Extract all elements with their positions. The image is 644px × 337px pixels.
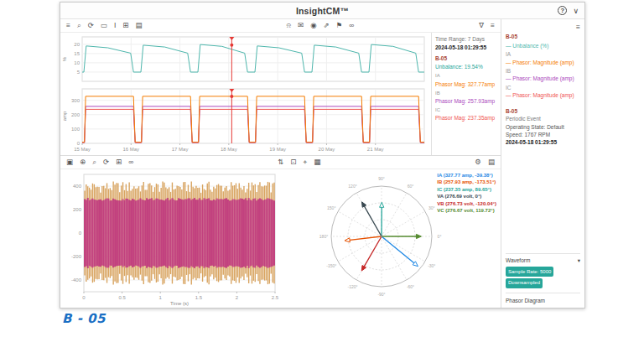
- legend-items: — Unbalance (%)IA— Phasor: Magnitude (am…: [506, 42, 580, 100]
- waveform-selector-label: Waveform: [506, 257, 530, 264]
- legend-item[interactable]: IC— Phasor: Magnitude (amp): [506, 84, 580, 100]
- event-asset-name[interactable]: B-05: [506, 107, 580, 115]
- phasor-readout-line: VA (276.69 volt, 0°): [437, 193, 496, 200]
- time-range-label: Time Range: 7 Days: [435, 35, 497, 44]
- legend-item-label: — Phasor: Magnitude (amp): [506, 91, 580, 99]
- phasor-magnitude-trend-chart[interactable]: 010020030015 May16 May17 May18 May19 May…: [60, 85, 431, 155]
- settings-icon[interactable]: ⚙: [475, 158, 481, 166]
- content: ≡⌕⟳▭I⊞▤ ⍾✉◉⇗⚑∞ ∇≡ 5101520% 010020030015 …: [60, 19, 584, 308]
- channel-label: IB: [506, 67, 580, 75]
- trend-row: 5101520% 010020030015 May16 May17 May18 …: [60, 33, 501, 155]
- phasor-diagram-panel: IA (327.77 amp, -39.38°)IB (257.93 amp, …: [282, 169, 501, 308]
- zoom-in-icon[interactable]: ⊕: [80, 158, 86, 166]
- link-icon[interactable]: ∞: [349, 22, 354, 29]
- overlay-icon[interactable]: ▦: [314, 158, 320, 166]
- svg-text:amp: amp: [62, 111, 67, 121]
- trend-section: ≡⌕⟳▭I⊞▤ ⍾✉◉⇗⚑∞ ∇≡ 5101520% 010020030015 …: [60, 19, 501, 156]
- svg-text:0: 0: [79, 231, 82, 236]
- legend-item[interactable]: IB— Phasor: Magnitude (amp): [506, 67, 580, 83]
- search-icon[interactable]: ⌕: [77, 22, 81, 29]
- downsampled-badge[interactable]: Downsampled: [506, 278, 543, 288]
- svg-text:18 May: 18 May: [221, 147, 237, 152]
- legend-menu-icon[interactable]: ≡: [506, 22, 580, 32]
- share-icon[interactable]: ⇗: [324, 22, 330, 29]
- record-icon[interactable]: ◉: [310, 22, 316, 29]
- legend-spacer: [506, 147, 580, 253]
- svg-text:16 May: 16 May: [122, 147, 139, 152]
- fit-icon[interactable]: ⊡: [290, 158, 296, 166]
- annotation-icon[interactable]: ✉: [298, 22, 304, 29]
- chevron-down-icon[interactable]: ∨: [573, 7, 579, 15]
- event-timestamp: 2024-05-18 01:29:55: [506, 138, 580, 146]
- svg-text:-200: -200: [71, 254, 82, 259]
- event-speed: Speed: 1767 RPM: [506, 131, 580, 138]
- page: InsightCM™ ? ∨ ≡⌕⟳▭I⊞▤ ⍾✉◉⇗⚑∞ ∇≡ 5101520…: [0, 0, 644, 337]
- titlebar: InsightCM™ ? ∨: [60, 3, 584, 19]
- grid-icon[interactable]: ⊞: [122, 22, 128, 29]
- cursor-value-row: IBPhasor Mag: 257.93amp: [435, 90, 497, 106]
- print-icon[interactable]: ▤: [135, 22, 142, 29]
- legend-item-label: — Unbalance (%): [506, 42, 580, 49]
- figure-caption: B - 05: [62, 311, 106, 326]
- trend-toolbar: ≡⌕⟳▭I⊞▤ ⍾✉◉⇗⚑∞ ∇≡: [60, 19, 501, 33]
- trend-toolbar-center: ⍾✉◉⇗⚑∞: [286, 22, 354, 29]
- filter-icon[interactable]: ∇: [479, 22, 484, 29]
- menu-icon[interactable]: ≡: [66, 22, 70, 29]
- svg-text:20: 20: [74, 42, 80, 47]
- legend-item-label: — Phasor: Magnitude (amp): [506, 75, 580, 82]
- layout-icon[interactable]: ▤: [488, 158, 495, 166]
- cursor-value-row: IAPhasor Mag: 327.77amp: [435, 72, 497, 88]
- legend-asset-name[interactable]: B-05: [506, 33, 580, 40]
- link-icon[interactable]: ∞: [128, 158, 133, 166]
- svg-text:200: 200: [71, 112, 80, 117]
- trend-toolbar-left: ≡⌕⟳▭I⊞▤: [66, 22, 142, 29]
- svg-text:2.5: 2.5: [272, 295, 279, 300]
- cursor-icon[interactable]: I: [114, 22, 116, 29]
- legend-item[interactable]: — Unbalance (%): [506, 42, 580, 49]
- grid-icon[interactable]: ⊞: [116, 158, 122, 166]
- svg-text:90°: 90°: [378, 176, 385, 181]
- svg-text:2: 2: [236, 295, 239, 300]
- svg-text:21 May: 21 May: [367, 147, 384, 152]
- legend-item[interactable]: IA— Phasor: Magnitude (amp): [506, 50, 580, 66]
- phasor-diagram-label: Phasor Diagram: [506, 293, 580, 304]
- svg-text:400: 400: [73, 184, 82, 189]
- unbalance-trend-chart[interactable]: 5101520%: [60, 33, 431, 85]
- svg-text:0: 0: [82, 295, 86, 300]
- waveform-chart[interactable]: -400-200020040000.511.522.5Time (s): [60, 169, 282, 307]
- axis-scale-icon[interactable]: ⇅: [278, 158, 283, 166]
- bell-icon[interactable]: ⍾: [286, 22, 291, 29]
- sample-rate-badge[interactable]: Sample Rate: 5000: [506, 267, 553, 277]
- svg-text:1.5: 1.5: [195, 295, 203, 300]
- cursor-value: Phasor Mag: 327.77amp: [435, 80, 497, 89]
- svg-text:Time (s): Time (s): [170, 301, 189, 306]
- waveform-selector[interactable]: Waveform ▾: [506, 257, 580, 264]
- channel-label: IB: [435, 90, 497, 97]
- svg-text:1: 1: [159, 295, 163, 300]
- box-zoom-icon[interactable]: ▭: [101, 22, 107, 29]
- refresh-icon[interactable]: ⟳: [88, 22, 94, 29]
- svg-text:-400: -400: [71, 277, 82, 283]
- refresh-icon[interactable]: ⟳: [103, 158, 109, 166]
- legend-item-label: — Phasor: Magnitude (amp): [506, 59, 580, 66]
- chevron-down-icon: ▾: [578, 257, 580, 264]
- svg-text:-30°: -30°: [428, 263, 435, 268]
- select-icon[interactable]: ▣: [66, 158, 73, 166]
- app-title: InsightCM™: [296, 6, 349, 16]
- charts-column: ≡⌕⟳▭I⊞▤ ⍾✉◉⇗⚑∞ ∇≡ 5101520% 010020030015 …: [60, 19, 501, 308]
- svg-text:-120°: -120°: [347, 284, 357, 289]
- asset-name[interactable]: B-05: [435, 54, 497, 63]
- channel-label: IC: [435, 106, 497, 114]
- waveform-toolbar: ▣⊕⌕⟳⊞∞ ⇅⊡⌖▦ ⚙▤: [60, 156, 501, 169]
- search-icon[interactable]: ⌕: [92, 158, 96, 166]
- phasor-readout-line: VB (276.73 volt, -120.04°): [437, 200, 496, 207]
- help-icon[interactable]: ?: [558, 6, 567, 15]
- svg-text:30°: 30°: [428, 205, 435, 210]
- chart-menu-icon[interactable]: ≡: [491, 22, 495, 29]
- flag-icon[interactable]: ⚑: [336, 22, 343, 29]
- phasor-readout-line: IB (257.93 amp, -173.51°): [437, 179, 496, 185]
- event-operating-state: Operating State: Default: [506, 123, 580, 131]
- cursor-value: Unbalance: 19.54%: [435, 63, 497, 71]
- pan-icon[interactable]: ⌖: [303, 158, 307, 166]
- phasor-diagram-chart[interactable]: 0°30°60°90°120°150°180°-150°-120°-90°-60…: [310, 171, 453, 305]
